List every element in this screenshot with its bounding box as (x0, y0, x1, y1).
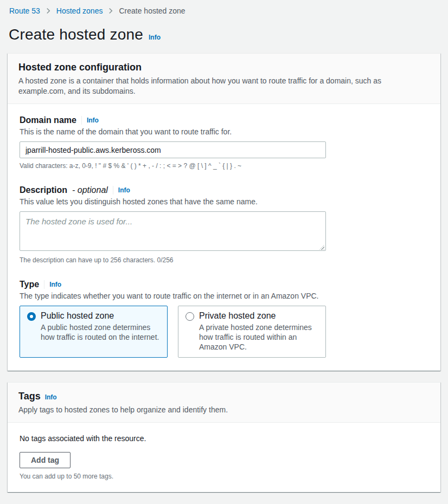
domain-name-label: Domain name (20, 115, 76, 125)
description-constraint: The description can have up to 256 chara… (20, 256, 430, 264)
description-label: Description (20, 185, 67, 195)
tags-body: No tags associated with the resource. Ad… (8, 423, 440, 492)
label-divider (44, 280, 44, 289)
hosted-zone-configuration-description: A hosted zone is a container that holds … (18, 76, 430, 96)
breadcrumb: Route 53 Hosted zones Create hosted zone (8, 0, 440, 17)
type-options: Public hosted zone A public hosted zone … (20, 306, 430, 358)
description-textarea[interactable] (20, 211, 326, 251)
private-hosted-zone-title: Private hosted zone (199, 311, 319, 321)
page-title-info-link[interactable]: Info (149, 34, 161, 41)
hosted-zone-configuration-body: Domain name Info This is the name of the… (8, 104, 440, 371)
description-field: Description - optional Info This value l… (20, 185, 430, 264)
breadcrumb-hosted-zones-link[interactable]: Hosted zones (56, 7, 103, 15)
public-hosted-zone-description: A public hosted zone determines how traf… (41, 322, 161, 342)
domain-name-input[interactable] (20, 141, 326, 158)
add-tag-button[interactable]: Add tag (20, 452, 71, 468)
type-field: Type Info The type indicates whether you… (20, 280, 430, 358)
hosted-zone-configuration-title: Hosted zone configuration (18, 62, 142, 73)
tags-header: Tags Info Apply tags to hosted zones to … (8, 383, 440, 423)
chevron-right-icon (107, 8, 114, 14)
description-description: This value lets you distinguish hosted z… (20, 197, 430, 206)
type-description: The type indicates whether you want to r… (20, 291, 430, 301)
public-hosted-zone-option[interactable]: Public hosted zone A public hosted zone … (20, 306, 168, 358)
tags-description: Apply tags to hosted zones to help organ… (18, 405, 430, 415)
tags-constraint: You can add up to 50 more tags. (20, 473, 430, 480)
private-hosted-zone-description: A private hosted zone determines how tra… (199, 322, 319, 352)
label-divider (81, 116, 82, 125)
description-optional-label: - optional (72, 185, 108, 195)
breadcrumb-current: Create hosted zone (119, 7, 185, 15)
radio-selected-icon[interactable] (27, 312, 36, 321)
hosted-zone-configuration-header: Hosted zone configuration A hosted zone … (8, 54, 440, 104)
type-label: Type (20, 280, 39, 289)
type-info-link[interactable]: Info (49, 281, 61, 288)
breadcrumb-route53-link[interactable]: Route 53 (9, 7, 40, 15)
description-info-link[interactable]: Info (118, 186, 130, 194)
domain-name-constraint: Valid characters: a-z, 0-9, ! " # $ % & … (20, 162, 430, 170)
tags-empty-message: No tags associated with the resource. (20, 434, 430, 443)
tags-title: Tags (18, 391, 41, 402)
hosted-zone-configuration-panel: Hosted zone configuration A hosted zone … (8, 53, 440, 371)
tags-panel: Tags Info Apply tags to hosted zones to … (8, 382, 440, 492)
page: Route 53 Hosted zones Create hosted zone… (0, 0, 448, 504)
radio-unselected-icon[interactable] (185, 312, 194, 321)
page-title-row: Create hosted zone Info (9, 26, 439, 43)
tags-info-link[interactable]: Info (45, 393, 57, 401)
label-divider (113, 186, 113, 195)
domain-name-description: This is the name of the domain that you … (20, 127, 430, 137)
private-hosted-zone-option[interactable]: Private hosted zone A private hosted zon… (178, 306, 326, 358)
chevron-right-icon (45, 8, 52, 14)
domain-name-field: Domain name Info This is the name of the… (20, 115, 430, 170)
public-hosted-zone-title: Public hosted zone (41, 311, 161, 321)
domain-name-info-link[interactable]: Info (87, 117, 99, 124)
page-title: Create hosted zone (9, 26, 143, 43)
